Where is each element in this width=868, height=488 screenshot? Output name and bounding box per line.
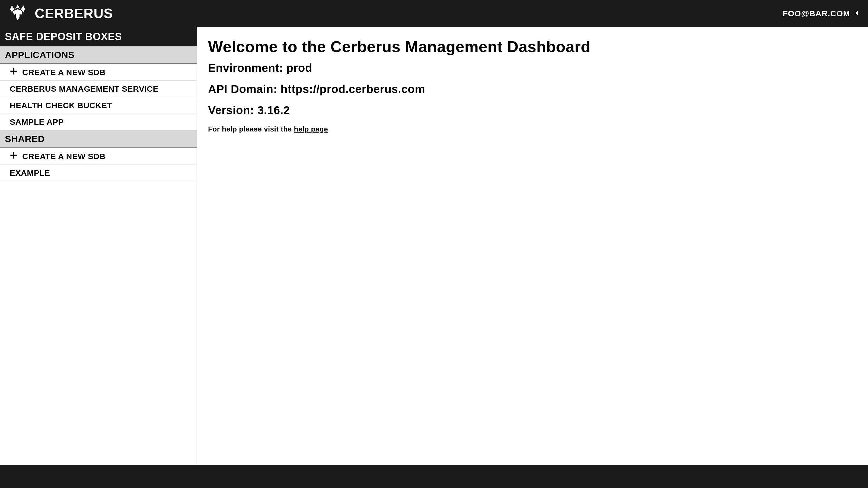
page-title: Welcome to the Cerberus Management Dashb… [208, 37, 857, 56]
section-header-shared[interactable]: SHARED [0, 130, 197, 148]
plus-icon [10, 152, 18, 161]
version-line: Version: 3.16.2 [208, 104, 857, 117]
version-label: Version: [208, 104, 257, 117]
brand-title: CERBERUS [35, 6, 113, 22]
version-value: 3.16.2 [257, 104, 290, 117]
sdb-item-label: EXAMPLE [10, 168, 50, 177]
brand-block: CERBERUS [8, 3, 113, 24]
plus-icon [10, 67, 18, 77]
cerberus-logo-icon [8, 3, 27, 24]
sidebar-item-health-check-bucket[interactable]: HEALTH CHECK BUCKET [0, 97, 197, 114]
help-line: For help please visit the help page [208, 125, 857, 133]
help-prefix: For help please visit the [208, 125, 294, 133]
svg-marker-2 [16, 5, 20, 9]
sidebar-item-cerberus-management-service[interactable]: CERBERUS MANAGEMENT SERVICE [0, 81, 197, 97]
svg-marker-5 [856, 11, 858, 15]
create-sdb-button-shared[interactable]: CREATE A NEW SDB [0, 148, 197, 165]
help-page-link[interactable]: help page [294, 125, 328, 133]
sdb-item-label: CERBERUS MANAGEMENT SERVICE [10, 84, 158, 94]
footer-bar [0, 465, 868, 488]
sidebar: SAFE DEPOSIT BOXES APPLICATIONS CREATE A… [0, 27, 197, 465]
create-sdb-label: CREATE A NEW SDB [22, 68, 105, 77]
create-sdb-button-applications[interactable]: CREATE A NEW SDB [0, 64, 197, 81]
environment-value: prod [286, 62, 312, 74]
chevron-left-icon [854, 10, 860, 17]
svg-rect-9 [10, 155, 17, 156]
main-content: Welcome to the Cerberus Management Dashb… [197, 27, 868, 465]
environment-line: Environment: prod [208, 62, 857, 74]
user-menu[interactable]: FOO@BAR.COM [782, 9, 860, 18]
api-domain-line: API Domain: https://prod.cerberus.com [208, 83, 857, 96]
create-sdb-label: CREATE A NEW SDB [22, 152, 105, 161]
sidebar-item-sample-app[interactable]: SAMPLE APP [0, 114, 197, 130]
sdb-item-label: HEALTH CHECK BUCKET [10, 101, 112, 110]
environment-label: Environment: [208, 62, 286, 74]
svg-rect-7 [10, 71, 17, 72]
sidebar-item-example[interactable]: EXAMPLE [0, 165, 197, 182]
user-email: FOO@BAR.COM [782, 9, 850, 18]
sidebar-title: SAFE DEPOSIT BOXES [0, 27, 197, 46]
api-domain-label: API Domain: [208, 83, 280, 95]
top-header: CERBERUS FOO@BAR.COM [0, 0, 868, 27]
api-domain-value: https://prod.cerberus.com [280, 83, 425, 95]
section-header-applications[interactable]: APPLICATIONS [0, 46, 197, 64]
sdb-item-label: SAMPLE APP [10, 118, 64, 127]
